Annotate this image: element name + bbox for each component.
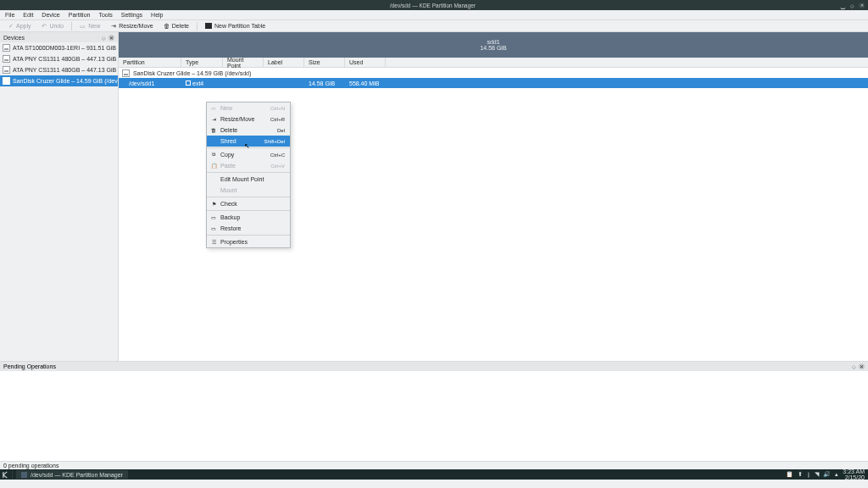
ctx-delete[interactable]: 🗑DeleteDel — [207, 125, 290, 136]
trash-icon: 🗑 — [164, 23, 170, 29]
undo-icon: ↶ — [42, 23, 47, 29]
fs-flag-icon — [186, 80, 191, 86]
properties-icon: ☰ — [210, 239, 217, 245]
paste-icon: 📋 — [210, 163, 217, 169]
column-size[interactable]: Size — [304, 58, 345, 67]
device-item[interactable]: ATA PNY CS1311 480GB – 447.13 GiB (… — [0, 53, 118, 64]
drive-icon — [122, 69, 130, 77]
ctx-properties[interactable]: ☰Properties — [207, 236, 290, 247]
menu-device[interactable]: Device — [42, 12, 59, 18]
new-partition-table-button[interactable]: New Partition Table — [201, 23, 270, 29]
ctx-new: ▭NewCtrl+N — [207, 103, 290, 114]
menu-file[interactable]: File — [5, 12, 14, 18]
panel-float-button[interactable]: ◇ — [851, 363, 857, 369]
flag-icon: ⚑ — [210, 201, 217, 207]
menu-help[interactable]: Help — [151, 12, 163, 18]
pending-panel-header: Pending Operations ◇ ✕ — [0, 361, 868, 371]
window-title: /dev/sdd — KDE Partition Manager — [25, 3, 840, 8]
new-button: ▭ New — [75, 23, 104, 29]
menu-partition[interactable]: Partition — [69, 12, 91, 18]
partition-table-icon — [205, 23, 212, 29]
clipboard-tray-icon[interactable]: 📋 — [786, 471, 793, 478]
ctx-mount: Mount — [207, 185, 290, 196]
device-list: ATA ST1000DM003-1ERI – 931.51 GiB (… ATA… — [0, 42, 118, 361]
pending-operations-list — [0, 371, 868, 461]
apply-button: ✓ Apply — [3, 23, 36, 29]
menubar: File Edit Device Partition Tools Setting… — [0, 10, 868, 20]
drive-icon — [3, 44, 10, 52]
menu-edit[interactable]: Edit — [23, 12, 33, 18]
delete-button[interactable]: 🗑 Delete — [159, 23, 193, 29]
menu-separator — [207, 197, 290, 197]
app-icon — [21, 472, 27, 478]
taskbar-entry[interactable]: /dev/sdd — KDE Partition Manager — [16, 470, 128, 479]
panel-clock[interactable]: 3:23 AM 2/15/20 — [843, 469, 865, 480]
window-titlebar: /dev/sdd — KDE Partition Manager ‿ ◇ ✕ — [0, 0, 868, 10]
device-tree-root[interactable]: SanDisk Cruzer Glide – 14.59 GiB (/dev/s… — [119, 68, 868, 78]
toolbar-separator — [71, 22, 72, 30]
device-item[interactable]: ATA PNY CS1311 480GB – 447.13 GiB (… — [0, 64, 118, 75]
resize-icon: ⇥ — [210, 116, 217, 122]
ctx-edit-mount[interactable]: Edit Mount Point — [207, 174, 290, 185]
column-partition[interactable]: Partition — [119, 58, 181, 67]
partition-row-selected[interactable]: /dev/sdd1 ext4 14.58 GiB 558.40 MiB — [119, 78, 868, 88]
resize-icon: ⇥ — [110, 23, 116, 29]
bluetooth-tray-icon[interactable]: ᛒ — [807, 472, 810, 478]
window-maximize-button[interactable]: ◇ — [849, 3, 855, 8]
menu-separator — [207, 210, 290, 211]
undo-button: ↶ Undo — [37, 23, 69, 29]
menu-tools[interactable]: Tools — [98, 12, 112, 18]
resize-button[interactable]: ⇥ Resize/Move — [106, 23, 157, 29]
ctx-shred[interactable]: ShredShift+Del — [207, 136, 290, 147]
volume-tray-icon[interactable]: 🔊 — [823, 471, 831, 478]
toolbar-separator — [197, 22, 198, 30]
drive-icon — [3, 55, 10, 63]
column-label[interactable]: Label — [264, 58, 304, 67]
ctx-paste: 📋PasteCtrl+V — [207, 160, 290, 171]
tray-expand-icon[interactable]: ▴ — [835, 471, 838, 478]
application-launcher-icon[interactable] — [0, 469, 10, 480]
toolbar: ✓ Apply ↶ Undo ▭ New ⇥ Resize/Move 🗑 Del… — [0, 20, 868, 32]
panel-float-button[interactable]: ◇ — [101, 35, 107, 41]
partition-context-menu: ▭NewCtrl+N ⇥Resize/MoveCtrl+R 🗑DeleteDel… — [206, 102, 291, 248]
trash-icon: 🗑 — [210, 128, 217, 133]
device-item[interactable]: ATA ST1000DM003-1ERI – 931.51 GiB (… — [0, 42, 118, 53]
disk-graphical-view[interactable]: sdd1 14.58 GiB — [119, 32, 868, 58]
device-item-selected[interactable]: SanDisk Cruzer Glide – 14.59 GiB (/dev… — [0, 75, 118, 86]
menu-separator — [207, 147, 290, 148]
backup-icon: ▭ — [210, 214, 217, 220]
partition-columns: Partition Type Mount Point Label Size Us… — [119, 58, 868, 68]
ctx-copy[interactable]: ⧉CopyCtrl+C — [207, 149, 290, 160]
ctx-restore[interactable]: ▭Restore — [207, 223, 290, 234]
menu-separator — [207, 172, 290, 173]
menu-separator — [207, 235, 290, 236]
statusbar: 0 pending operations — [0, 461, 868, 469]
column-mount[interactable]: Mount Point — [223, 58, 264, 67]
updates-tray-icon[interactable]: ⬆ — [798, 471, 803, 478]
desktop-panel: /dev/sdd — KDE Partition Manager 📋 ⬆ ᛒ ◥… — [0, 469, 868, 480]
column-used[interactable]: Used — [345, 58, 386, 67]
document-new-icon: ▭ — [210, 105, 217, 111]
ctx-backup[interactable]: ▭Backup — [207, 212, 290, 223]
panel-close-button[interactable]: ✕ — [859, 363, 865, 369]
window-minimize-button[interactable]: ‿ — [840, 3, 846, 8]
devices-panel-header: Devices ◇ ✕ — [0, 32, 118, 42]
document-new-icon: ▭ — [80, 23, 86, 29]
copy-icon: ⧉ — [210, 152, 217, 158]
system-tray: 📋 ⬆ ᛒ ◥ 🔊 ▴ 3:23 AM 2/15/20 — [786, 469, 868, 480]
window-close-button[interactable]: ✕ — [859, 3, 865, 8]
column-type[interactable]: Type — [181, 58, 223, 67]
restore-icon: ▭ — [210, 225, 217, 231]
menu-settings[interactable]: Settings — [121, 12, 142, 18]
ctx-check[interactable]: ⚑Check — [207, 198, 290, 209]
ctx-resize[interactable]: ⇥Resize/MoveCtrl+R — [207, 114, 290, 125]
drive-icon — [3, 66, 10, 74]
panel-close-button[interactable]: ✕ — [108, 35, 114, 41]
network-tray-icon[interactable]: ◥ — [815, 471, 819, 478]
drive-icon — [3, 77, 10, 85]
check-icon: ✓ — [8, 23, 14, 29]
